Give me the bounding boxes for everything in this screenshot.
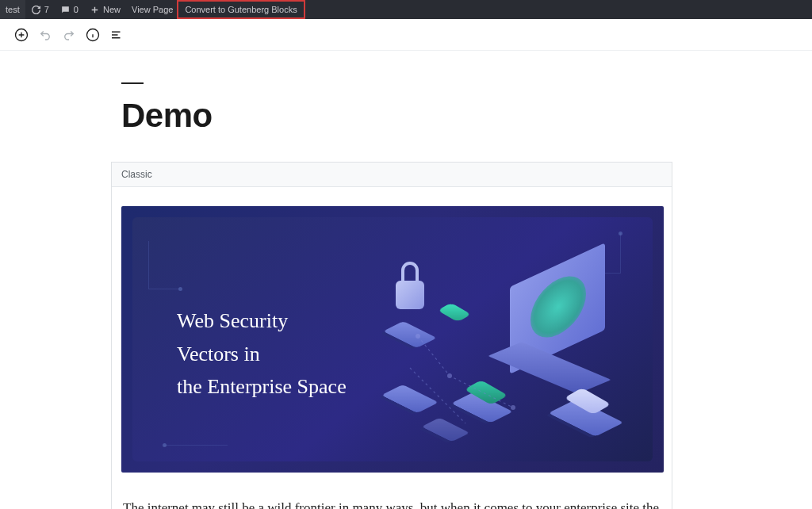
hero-inner: Web Security Vectors in the Enterprise S…	[132, 217, 653, 461]
hero-line-1: Web Security	[177, 304, 347, 338]
convert-gutenberg-highlight: Convert to Gutenberg Blocks	[177, 0, 304, 19]
hero-headline: Web Security Vectors in the Enterprise S…	[177, 304, 347, 404]
article-paragraph[interactable]: The internet may still be a wild frontie…	[121, 496, 662, 509]
title-rule	[121, 82, 144, 84]
iso-cube-green	[438, 303, 471, 322]
add-block-button[interactable]	[10, 23, 33, 47]
classic-block[interactable]: Classic Web Security Vectors in	[111, 162, 672, 509]
hero-line-3: the Enterprise Space	[177, 370, 347, 404]
comments-item[interactable]: 0	[55, 0, 84, 19]
classic-block-body: Web Security Vectors in the Enterprise S…	[112, 187, 672, 509]
svg-point-3	[447, 373, 452, 378]
editor-canvas: Demo Classic Web Security	[0, 51, 812, 509]
admin-toolbar: test 7 0 New View Page Convert to Gutenb…	[0, 0, 812, 19]
view-page-item[interactable]: View Page	[126, 0, 178, 19]
updates-count: 7	[44, 5, 49, 14]
comments-count: 0	[74, 5, 79, 14]
convert-gutenberg-label: Convert to Gutenberg Blocks	[185, 5, 297, 14]
plus-icon	[90, 5, 100, 15]
comment-icon	[60, 5, 71, 15]
connector-lines	[402, 328, 561, 455]
hero-line-2: Vectors in	[177, 338, 347, 371]
updates-item[interactable]: 7	[25, 0, 55, 19]
classic-block-label: Classic	[112, 163, 672, 187]
svg-point-4	[511, 405, 515, 410]
site-name-text: test	[6, 5, 20, 14]
editor-top-toolbar	[0, 19, 812, 51]
info-button[interactable]	[81, 23, 105, 47]
site-name-item[interactable]: test	[0, 0, 25, 19]
padlock-icon	[393, 262, 427, 314]
page-title: Demo	[121, 97, 672, 135]
convert-gutenberg-item[interactable]: Convert to Gutenberg Blocks	[182, 2, 299, 17]
new-label: New	[103, 5, 121, 14]
hero-image: Web Security Vectors in the Enterprise S…	[121, 206, 664, 473]
undo-button[interactable]	[33, 23, 57, 47]
svg-point-2	[416, 334, 420, 339]
view-page-label: View Page	[132, 5, 173, 14]
refresh-icon	[31, 5, 41, 15]
outline-button[interactable]	[105, 23, 128, 47]
redo-button[interactable]	[57, 23, 81, 47]
new-content-item[interactable]: New	[84, 0, 126, 19]
title-block[interactable]: Demo	[121, 82, 672, 135]
